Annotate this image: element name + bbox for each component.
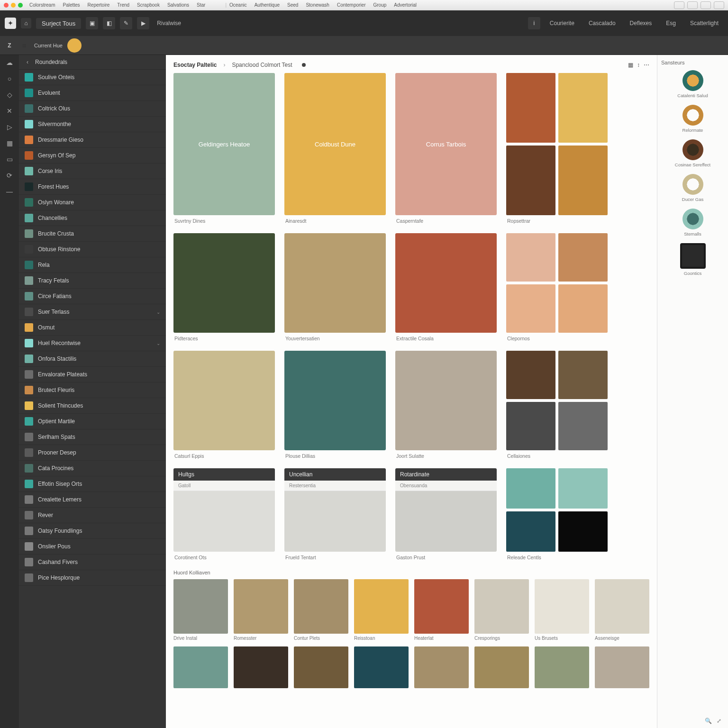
sidebar-item[interactable]: Prooner Desep <box>19 445 166 461</box>
right-panel-item[interactable]: Ducer Gas <box>661 174 724 202</box>
sidebar-back[interactable]: ‹ Roundedrals <box>19 55 166 70</box>
bookmark-icon[interactable]: ▣ <box>86 17 98 29</box>
menu-item[interactable]: Salvations <box>167 2 189 8</box>
palette-grid-card[interactable]: Ropsettrar <box>506 73 608 230</box>
sidebar-item[interactable]: Obtuse Rinstone <box>19 242 166 257</box>
sidebar-item[interactable]: Soulive Onteis <box>19 70 166 85</box>
window-controls[interactable] <box>4 3 23 8</box>
color-chip[interactable] <box>173 646 228 688</box>
swatch-cell[interactable] <box>506 511 555 552</box>
info-icon[interactable]: i <box>528 17 540 29</box>
palette-card[interactable]: Corrus Tarbois Casperntafe <box>395 73 497 230</box>
layers-icon[interactable]: ≣ <box>19 40 29 51</box>
color-chip[interactable]: Romesster <box>234 579 288 645</box>
sidebar-item[interactable]: Tracy Fetals <box>19 273 166 289</box>
sidebar-item[interactable]: Suer Terlass ⌄ <box>19 304 166 320</box>
palette-card[interactable]: Youvertersatien <box>284 233 386 348</box>
maximize-window-icon[interactable] <box>18 3 23 8</box>
swatch-cell[interactable] <box>506 73 555 143</box>
sidebar-item[interactable]: Crealette Lemers <box>19 492 166 508</box>
sidebar-item[interactable]: Pice Hesplorque <box>19 570 166 586</box>
menu-item[interactable]: Contemporier <box>337 2 366 8</box>
mode-letter[interactable]: Z <box>5 42 14 49</box>
breadcrumb-root[interactable]: Esoctay Paltelic <box>173 62 217 68</box>
menu-item[interactable]: Advertorial <box>394 2 417 8</box>
palette-card[interactable]: Plouse Dillias <box>284 351 386 465</box>
cloud-icon[interactable]: ☁ <box>5 58 14 67</box>
swatch-cell[interactable] <box>558 511 608 552</box>
color-chip[interactable] <box>474 646 529 688</box>
header-tab[interactable]: Courierite <box>545 20 579 27</box>
color-chip[interactable]: Contur Plets <box>294 579 348 645</box>
palette-card[interactable]: Joort Sulatte <box>395 351 497 465</box>
sidebar-item[interactable]: Huel Recontwise ⌄ <box>19 336 166 351</box>
x-icon[interactable]: ✕ <box>5 106 14 116</box>
color-chip[interactable]: Heaterlat <box>414 579 469 645</box>
sidebar-item[interactable]: Brucite Crusta <box>19 226 166 242</box>
line-icon[interactable]: — <box>5 187 14 196</box>
swatch-cell[interactable] <box>506 468 555 509</box>
swatch-cell[interactable] <box>506 233 555 282</box>
color-chip[interactable] <box>354 646 409 688</box>
menu-item[interactable]: Stonewash <box>306 2 329 8</box>
sidebar-item[interactable]: Osmut <box>19 320 166 336</box>
color-chip[interactable] <box>234 646 288 688</box>
sidebar-item[interactable]: Solient Thincudes <box>19 398 166 414</box>
color-chip[interactable] <box>535 646 589 688</box>
menu-item[interactable]: Palettes <box>63 2 80 8</box>
color-chip[interactable] <box>294 646 348 688</box>
sidebar-item[interactable]: Onslier Pous <box>19 539 166 555</box>
minimize-window-icon[interactable] <box>11 3 16 8</box>
sidebar-item[interactable]: Rever <box>19 508 166 523</box>
menu-item[interactable]: Authentique <box>255 2 280 8</box>
palette-card[interactable]: Coldbust Dune Ainaresdt <box>284 73 386 230</box>
menu-item[interactable]: Scrapbook <box>137 2 160 8</box>
diamond-icon[interactable]: ◇ <box>5 90 14 100</box>
swatches-icon[interactable]: ◧ <box>103 17 115 29</box>
swatch-cell[interactable] <box>506 284 555 333</box>
sidebar-item[interactable]: Circe Fatians <box>19 289 166 304</box>
sidebar-item[interactable]: Serlham Spats <box>19 429 166 445</box>
palette-card[interactable]: Geldingers Heatoe Suvrtny Dines <box>173 73 275 230</box>
tool-chip-icon[interactable] <box>687 1 698 9</box>
menu-item[interactable]: Seed <box>287 2 298 8</box>
breadcrumb-sub[interactable]: Spanclood Colmort Test <box>232 62 292 68</box>
palette-grid-card[interactable]: Releade Centls <box>506 468 608 565</box>
pointer-icon[interactable]: ▷ <box>5 122 14 132</box>
sidebar-item[interactable]: Gersyn Of Sep <box>19 148 166 164</box>
more-icon[interactable]: ⋯ <box>644 62 649 68</box>
sidebar-item[interactable]: Onfora Stactilis <box>19 351 166 367</box>
color-chip[interactable]: Us Brusets <box>535 579 589 645</box>
palette-card[interactable]: Pidteraces <box>173 233 275 348</box>
labeled-palette-card[interactable]: Rotardinate Obensuanda Gaston Prust <box>395 468 497 565</box>
swatch-cell[interactable] <box>506 351 555 399</box>
swatch-cell[interactable] <box>558 402 608 450</box>
header-tab[interactable]: Esg <box>661 20 681 27</box>
sidebar-item[interactable]: Oslyn Wonare <box>19 195 166 210</box>
right-panel-item[interactable]: Catalenti Salud <box>661 70 724 98</box>
palette-grid-card[interactable]: Clepornos <box>506 233 608 348</box>
search-icon[interactable]: 🔍 <box>705 718 712 724</box>
menu-item[interactable]: Colorstream <box>29 2 55 8</box>
header-tab[interactable]: Deflexes <box>625 20 657 27</box>
header-tab[interactable]: Cascalado <box>584 20 620 27</box>
expand-icon[interactable]: ⤢ <box>717 718 721 724</box>
swatch-cell[interactable] <box>558 468 608 509</box>
sidebar-item[interactable]: Cata Procines <box>19 461 166 476</box>
right-panel-item[interactable]: Cosinae Sereffect <box>661 139 724 167</box>
swatch-cell[interactable] <box>558 284 608 333</box>
sidebar-item[interactable]: Coltrick Olus <box>19 101 166 117</box>
play-icon[interactable]: ▶ <box>137 17 149 29</box>
sidebar-item[interactable]: Optient Martile <box>19 414 166 429</box>
color-chip[interactable] <box>414 646 469 688</box>
sidebar-item[interactable]: Rela <box>19 257 166 273</box>
wand-icon[interactable]: ✎ <box>120 17 132 29</box>
view-toggle-icon[interactable]: ▦ <box>628 62 633 68</box>
header-tab[interactable]: Scatterlight <box>685 20 723 27</box>
sidebar-item[interactable]: Chancellies <box>19 210 166 226</box>
sidebar-item[interactable]: Effotin Sisep Orts <box>19 476 166 492</box>
right-panel-item[interactable]: Goontics <box>661 243 724 276</box>
sidebar-item[interactable]: Envalorate Plateats <box>19 367 166 382</box>
palette-card[interactable]: Catsurl Eppis <box>173 351 275 465</box>
palette-card[interactable]: Extractile Cosala <box>395 233 497 348</box>
